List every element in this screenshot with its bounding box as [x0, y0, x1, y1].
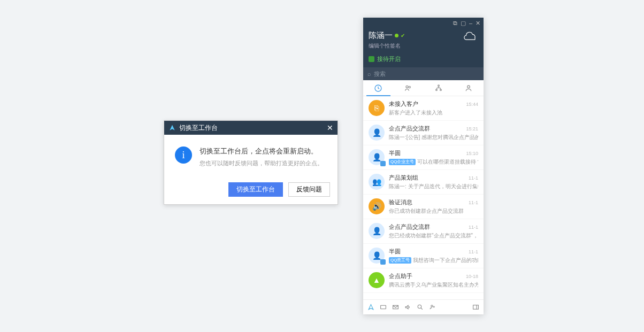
search-placeholder: 搜索	[374, 70, 386, 78]
minimize-icon[interactable]: –	[469, 20, 472, 27]
tab-recent[interactable]	[363, 80, 393, 96]
conversation-preview: QQ企业主号可以在哪些渠道挂载接待？	[389, 158, 478, 166]
conversation-preview: 陈涵一: 关于产品迭代，明天会进行集中的培	[389, 183, 478, 190]
conversation-time: 15:21	[466, 126, 478, 132]
conversation-title: 产品策划组	[389, 174, 418, 182]
status-text: 接待开启	[377, 55, 401, 63]
toggle-sidebar-icon[interactable]: ⧉	[453, 20, 457, 27]
app-logo-icon	[168, 124, 176, 132]
footer-toolbar	[363, 299, 484, 314]
source-badge: QQ企业主号	[389, 159, 416, 165]
dialog-title: 切换至工作台	[179, 123, 327, 133]
dialog-footer: 切换至工作台 反馈问题	[164, 177, 338, 204]
reception-status[interactable]: 接待开启	[369, 55, 478, 63]
conversation-time: 15:44	[466, 102, 478, 107]
close-icon[interactable]: ✕	[327, 123, 333, 132]
conversation-time: 11-1	[469, 249, 478, 254]
conversation-time: 10-18	[466, 274, 478, 279]
tab-profile[interactable]	[454, 80, 484, 96]
conversation-time: 15:10	[466, 151, 478, 156]
avatar: 👥	[369, 174, 385, 190]
status-dot-icon	[395, 34, 398, 37]
avatar: ⎘	[369, 100, 385, 116]
username-text: 陈涵一	[369, 30, 393, 41]
footer-search-icon[interactable]	[417, 304, 424, 311]
conversation-preview: 新客户进入了未接入池	[389, 109, 478, 117]
svg-point-2	[409, 86, 410, 88]
conversation-item[interactable]: 👤半圆15:10QQ企业主号可以在哪些渠道挂载接待？	[363, 145, 484, 170]
conversation-title: 未接入客户	[389, 100, 418, 108]
conversation-item[interactable]: 👥产品策划组11-1陈涵一: 关于产品迭代，明天会进行集中的培	[363, 170, 484, 195]
footer-adduser-icon[interactable]	[429, 304, 436, 311]
svg-point-5	[440, 89, 441, 91]
svg-point-4	[435, 89, 437, 91]
footer-mail-icon[interactable]	[392, 304, 399, 311]
main-window: ⧉ ▢ – ✕ 陈涵一 ✔ 编辑个性签名 接待开启 ⌕ 搜索	[363, 18, 484, 314]
conversation-title: 半圆	[389, 248, 401, 256]
search-icon: ⌕	[367, 71, 371, 77]
svg-point-3	[438, 85, 439, 87]
dialog-message: 切换至工作台后，企点将会重新启动。	[200, 146, 323, 156]
conversation-title: 半圆	[389, 149, 401, 157]
avatar: 👤	[369, 248, 385, 264]
switch-workbench-dialog: 切换至工作台 ✕ i 切换至工作台后，企点将会重新启动。 您也可以随时反馈问题，…	[164, 120, 338, 205]
footer-card-icon[interactable]	[380, 304, 387, 311]
switch-workbench-button[interactable]: 切换至工作台	[228, 182, 283, 197]
conversation-preview: 您已经成功创建群"企点产品交流群"，马上	[389, 232, 478, 240]
search-input[interactable]: ⌕ 搜索	[363, 67, 484, 80]
conversation-item[interactable]: 👤企点产品交流群15:21陈涵一:[公告] 感谢您对腾讯企点产品的支持	[363, 121, 484, 145]
bubble-icon[interactable]: ▢	[461, 20, 466, 27]
svg-rect-7	[381, 305, 386, 309]
svg-point-1	[406, 86, 408, 88]
conversation-item[interactable]: ⎘未接入客户15:44新客户进入了未接入池	[363, 96, 484, 121]
conversation-time: 11-1	[469, 175, 478, 181]
conversation-item[interactable]: ▲企点助手10-18腾讯云携手义乌产业集聚区知名主办方举办	[363, 268, 484, 293]
conversation-preview: 你已成功创建群企点产品交流群	[389, 207, 478, 215]
window-header: ⧉ ▢ – ✕ 陈涵一 ✔ 编辑个性签名 接待开启	[363, 18, 484, 67]
conversation-title: 企点助手	[389, 272, 412, 280]
svg-point-10	[431, 305, 433, 307]
conversation-title: 企点产品交流群	[389, 125, 430, 133]
svg-point-6	[467, 86, 470, 88]
window-controls: ⧉ ▢ – ✕	[453, 20, 480, 27]
conversation-preview: QQ类工号我想咨询一下企点产品的功能	[389, 257, 478, 264]
footer-sound-icon[interactable]	[404, 304, 411, 311]
conversation-time: 11-1	[469, 200, 478, 205]
conversation-item[interactable]: 🔊验证消息11-1你已成功创建群企点产品交流群	[363, 195, 484, 219]
conversation-time: 11-1	[469, 225, 478, 230]
conversation-list: ⎘未接入客户15:44新客户进入了未接入池👤企点产品交流群15:21陈涵一:[公…	[363, 96, 484, 299]
status-square-icon	[369, 56, 374, 62]
avatar: ▲	[369, 272, 385, 288]
avatar-badge-icon	[380, 161, 386, 166]
conversation-title: 验证消息	[389, 198, 412, 206]
conversation-preview: 腾讯云携手义乌产业集聚区知名主办方举办	[389, 281, 478, 289]
nav-tabs	[363, 80, 484, 96]
feedback-button[interactable]: 反馈问题	[288, 182, 330, 197]
footer-logo-icon[interactable]	[367, 304, 374, 311]
conversation-item[interactable]: 👤半圆11-1QQ类工号我想咨询一下企点产品的功能	[363, 244, 484, 268]
tab-org[interactable]	[424, 80, 454, 96]
conversation-item[interactable]: 👤企点产品交流群11-1您已经成功创建群"企点产品交流群"，马上	[363, 219, 484, 244]
footer-panel-icon[interactable]	[472, 304, 479, 311]
tab-contacts[interactable]	[393, 80, 423, 96]
avatar: 🔊	[369, 198, 385, 214]
cloud-icon[interactable]	[463, 30, 478, 41]
signature[interactable]: 编辑个性签名	[369, 42, 463, 50]
source-badge: QQ类工号	[389, 257, 411, 264]
svg-point-9	[418, 305, 421, 308]
conversation-preview: 陈涵一:[公告] 感谢您对腾讯企点产品的支持	[389, 134, 478, 141]
avatar-badge-icon	[380, 259, 386, 265]
dialog-titlebar[interactable]: 切换至工作台 ✕	[164, 121, 338, 135]
close-icon[interactable]: ✕	[476, 20, 480, 27]
svg-rect-11	[473, 305, 479, 310]
conversation-title: 企点产品交流群	[389, 223, 430, 231]
dialog-body: i 切换至工作台后，企点将会重新启动。 您也可以随时反馈问题，帮助打造更好的企点…	[164, 135, 338, 177]
username[interactable]: 陈涵一 ✔	[369, 30, 463, 41]
avatar: 👤	[369, 149, 385, 165]
info-icon: i	[175, 146, 192, 164]
verified-icon: ✔	[401, 33, 405, 38]
dialog-submessage: 您也可以随时反馈问题，帮助打造更好的企点。	[200, 159, 323, 167]
avatar: 👤	[369, 125, 385, 141]
avatar: 👤	[369, 223, 385, 239]
